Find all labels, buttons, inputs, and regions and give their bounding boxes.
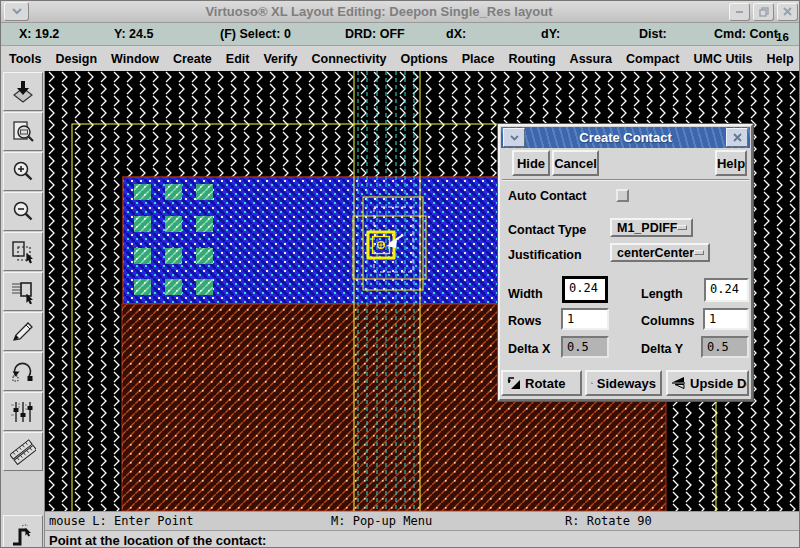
prompt-text: Point at the location of the contact:	[49, 533, 266, 548]
tool-palette	[1, 71, 45, 548]
menu-verify[interactable]: Verify	[263, 52, 297, 66]
status-select: (F) Select: 0	[220, 27, 291, 41]
rulers-button[interactable]	[3, 432, 43, 471]
close-icon	[733, 133, 742, 142]
contact-type-dropdown[interactable]: M1_PDIFF	[610, 218, 693, 237]
window-titlebar[interactable]: Virtuoso® XL Layout Editing: Deepon Sing…	[1, 1, 800, 23]
option-menu-indicator	[677, 225, 687, 230]
window-title: Virtuoso® XL Layout Editing: Deepon Sing…	[29, 4, 729, 19]
menu-routing[interactable]: Routing	[508, 52, 555, 66]
copy-icon	[10, 239, 36, 265]
zoom-in-icon	[10, 159, 36, 185]
rows-field[interactable]: 1	[561, 308, 609, 330]
delta-y-field: 0.5	[701, 336, 749, 358]
fit-view-icon	[10, 119, 36, 145]
create-contact-dialog: Create Contact Hide Cancel Help Auto Con…	[498, 124, 753, 401]
fit-view-button[interactable]	[3, 112, 43, 151]
sideways-action-button[interactable]: Sideways	[585, 370, 662, 396]
menu-options[interactable]: Options	[401, 52, 448, 66]
dialog-title: Create Contact	[525, 130, 726, 145]
columns-label: Columns	[641, 314, 694, 328]
chevron-down-icon	[510, 135, 519, 141]
pencil-button[interactable]	[3, 312, 43, 351]
sideways-action-label: Sideways	[597, 376, 656, 391]
properties-icon	[10, 399, 36, 425]
columns-field[interactable]: 1	[703, 308, 749, 330]
pencil-icon	[10, 319, 36, 345]
maximize-icon	[759, 7, 769, 17]
status-dy: dY:	[541, 27, 560, 41]
help-button[interactable]: Help	[715, 150, 747, 176]
contact-type-label: Contact Type	[508, 223, 586, 237]
auto-contact-checkbox[interactable]	[616, 189, 629, 202]
status-dx: dX:	[446, 27, 466, 41]
status-cmd: Cmd: Cont	[714, 27, 778, 41]
mouse-left-binding: mouse L: Enter Point	[49, 514, 194, 528]
maximize-button[interactable]	[753, 3, 774, 21]
menu-compact[interactable]: Compact	[626, 52, 679, 66]
descend-icon	[10, 79, 36, 105]
menu-tools[interactable]: Tools	[9, 52, 41, 66]
menu-bar: Tools Design Window Create Edit Verify C…	[1, 46, 800, 71]
rotate-button[interactable]	[3, 352, 43, 391]
menu-umc-utils[interactable]: UMC Utils	[693, 52, 752, 66]
dialog-titlebar[interactable]: Create Contact	[501, 127, 750, 148]
path-icon	[10, 522, 36, 548]
close-icon	[783, 7, 792, 16]
zoom-in-button[interactable]	[3, 152, 43, 191]
width-field[interactable]: 0.24	[562, 276, 608, 303]
upside-down-action-label: Upside Down	[690, 376, 749, 391]
menu-place[interactable]: Place	[462, 52, 495, 66]
menu-design[interactable]: Design	[55, 52, 97, 66]
stretch-button[interactable]	[3, 272, 43, 311]
menu-connectivity[interactable]: Connectivity	[311, 52, 386, 66]
width-label: Width	[508, 287, 543, 301]
chevron-down-icon	[12, 8, 22, 15]
virtuoso-window: Virtuoso® XL Layout Editing: Deepon Sing…	[0, 0, 800, 548]
menu-assura[interactable]: Assura	[570, 52, 612, 66]
status-x: X: 19.2	[19, 27, 59, 41]
menu-window[interactable]: Window	[111, 52, 159, 66]
mouse-bindings-bar: mouse L: Enter Point M: Pop-up Menu R: R…	[45, 511, 800, 530]
rotate-action-button[interactable]: Rotate	[501, 370, 582, 396]
delta-x-label: Delta X	[508, 342, 550, 356]
upside-down-action-icon	[672, 376, 686, 390]
minimize-button[interactable]	[729, 3, 750, 21]
dialog-close-button[interactable]	[726, 128, 748, 147]
menu-edit[interactable]: Edit	[226, 52, 250, 66]
zoom-out-button[interactable]	[3, 192, 43, 231]
status-drd: DRD: OFF	[345, 27, 405, 41]
sideways-action-icon	[591, 376, 593, 390]
prompt-bar: Point at the location of the contact:	[45, 530, 800, 548]
delta-x-field: 0.5	[561, 336, 609, 358]
rotate-action-icon	[507, 376, 521, 390]
justification-value: centerCenter	[617, 246, 694, 260]
window-menu-button[interactable]	[4, 2, 29, 21]
hide-button[interactable]: Hide	[512, 150, 550, 176]
justification-label: Justification	[508, 248, 582, 262]
properties-button[interactable]	[3, 392, 43, 431]
zoom-out-icon	[10, 199, 36, 225]
status-dist: Dist:	[639, 27, 667, 41]
justification-dropdown[interactable]: centerCenter	[610, 243, 710, 262]
rotate-icon	[10, 359, 36, 385]
status-count: 16	[776, 31, 789, 43]
path-button[interactable]	[3, 515, 43, 548]
menu-create[interactable]: Create	[173, 52, 212, 66]
length-field[interactable]: 0.24	[704, 278, 749, 302]
cancel-button[interactable]: Cancel	[552, 150, 599, 176]
descend-button[interactable]	[3, 72, 43, 111]
copy-button[interactable]	[3, 232, 43, 271]
menu-help[interactable]: Help	[767, 52, 794, 66]
mouse-middle-binding: M: Pop-up Menu	[331, 514, 432, 528]
auto-contact-label: Auto Contact	[508, 189, 586, 203]
dialog-menu-button[interactable]	[503, 128, 525, 147]
upside-down-action-button[interactable]: Upside Down	[666, 370, 749, 396]
close-button[interactable]	[777, 3, 798, 21]
option-menu-indicator	[694, 250, 704, 255]
stretch-icon	[10, 279, 36, 305]
delta-y-label: Delta Y	[641, 342, 683, 356]
rulers-icon	[10, 439, 36, 465]
mouse-right-binding: R: Rotate 90	[565, 514, 652, 528]
contact-type-value: M1_PDIFF	[617, 221, 677, 235]
